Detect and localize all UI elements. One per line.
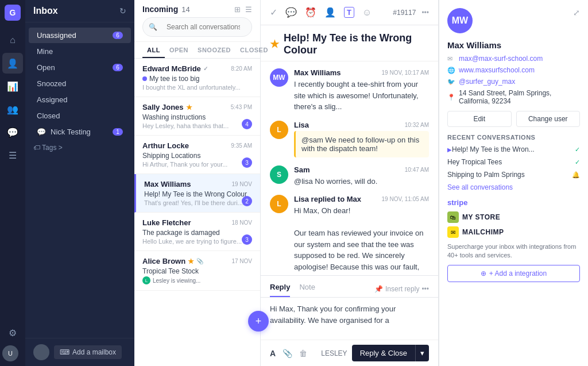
tab-open[interactable]: OPEN [165,42,193,58]
reply-close-button[interactable]: Reply & Close [352,345,415,361]
refresh-icon[interactable]: ↻ [119,6,126,16]
footer-avatar [33,344,49,360]
sidebar-item-closed[interactable]: Closed [29,108,131,124]
right-panel: MW ⤢ Max Williams ✉ max@max-surf-school.… [439,0,588,366]
list-item[interactable]: Edward McBride ✓ 8:20 AM My tee is too b… [134,59,260,97]
list-item[interactable]: Alice Brown ★ 📎 17 NOV Tropical Tee Stoc… [134,251,260,291]
sidebar-item-unassigned[interactable]: Unassigned 6 [29,28,131,43]
open-badge: 6 [113,64,123,71]
contact-header: MW ⤢ [447,8,580,33]
conversation-list: Edward McBride ✓ 8:20 AM My tee is too b… [134,59,260,366]
website-link[interactable]: www.maxsurfschool.com [459,66,535,74]
stripe-logo: stripe [447,198,580,207]
insert-reply-button[interactable]: 📌 Insert reply ••• [374,280,429,297]
main-content: ✓ 💬 ⏰ 👤 T ☺ #19117 ••• ★ Help! My Tee is… [261,0,439,366]
closed-label: Closed [37,111,60,120]
contact-website: 🌐 www.maxsurfschool.com [447,66,580,74]
sidebar-item-mine[interactable]: Mine [29,44,131,59]
inbox-tabs: ALL OPEN SNOOZED CLOSED [134,42,260,59]
sidebar-tags[interactable]: 🏷 Tags > [25,140,134,155]
location-icon: 📍 [447,94,455,101]
expand-icon[interactable]: ⤢ [573,8,580,17]
reply-textarea[interactable]: Hi Max, Thank you for confirming your av… [261,298,438,338]
user-avatar[interactable]: U [2,345,18,361]
recent-conv-text: Shipping to Palm Springs [447,171,572,179]
recent-conv-active[interactable]: ▶ Help! My Tee is the Wron... ✓ [447,145,580,153]
search-input[interactable] [161,20,246,34]
conversation-title: Help! My Tee is the Wrong Colour [284,32,429,56]
sidebar-item-snoozed[interactable]: Snoozed [29,76,131,91]
nick-testing-badge: 1 [113,128,123,136]
nav-home-icon[interactable]: ⌂ [2,30,23,51]
sidebar-item-open[interactable]: Open 6 [29,60,131,75]
resolve-icon[interactable]: ✓ [270,7,277,18]
list-item[interactable]: Hey Tropical Tees ✓ [447,158,580,166]
add-mailbox-button[interactable]: ⌨ Add a mailbox [54,345,122,359]
contact-email: ✉ max@max-surf-school.com [447,55,580,63]
nick-testing-left: 💬 Nick Testing [37,128,91,136]
emoji-icon[interactable]: ☺ [362,7,372,18]
conv-badge: 2 [242,196,252,206]
tab-closed[interactable]: CLOSED [235,42,273,58]
list-item[interactable]: Max Williams 19 NOV Help! My Tee is the … [134,174,260,213]
contact-avatar: MW [447,8,473,33]
filter-icon[interactable]: ☰ [245,5,252,14]
list-item[interactable]: Arthur Locke 9:35 AM Shipping Locations … [134,136,260,174]
conversation-toolbar: ✓ 💬 ⏰ 👤 T ☺ #19117 ••• [261,0,438,25]
list-item[interactable]: Sally Jones ★ 5:43 PM Washing instructio… [134,97,260,136]
sort-icon[interactable]: ⊞ [234,5,241,14]
edit-button[interactable]: Edit [447,111,512,127]
nav-settings-icon[interactable]: ⚙ [2,322,23,343]
integration-promo: Supercharge your inbox with integrations… [447,242,580,260]
app-logo: G [5,5,21,21]
agent-label: LESLEY [321,349,347,357]
message-item: L Lisa replied to Max 19 NOV, 11:05 AM H… [270,195,429,275]
reply-close-dropdown[interactable]: ▾ [415,345,429,361]
sidebar-items: Unassigned 6 Mine Open 6 Snoozed Assigne… [25,22,134,338]
change-user-button[interactable]: Change user [516,111,581,127]
keyboard-icon: ⌨ [60,348,69,356]
tab-reply[interactable]: Reply [270,280,290,297]
nav-conversations-icon[interactable]: 👤 [2,53,23,74]
nav-align-icon[interactable]: ☰ [2,145,23,165]
comment-icon: 💬 [37,128,46,136]
contact-actions: Edit Change user [447,111,580,127]
assign-icon[interactable]: 👤 [324,7,336,18]
add-integration-button[interactable]: ⊕ + Add a integration [447,265,580,282]
text-format-icon[interactable]: A [270,349,276,358]
snoozed-label: Snoozed [37,79,66,88]
sidebar-header: Inbox ↻ [25,0,134,22]
nick-testing-label: Nick Testing [51,128,91,136]
more-icon[interactable]: ••• [421,285,429,293]
sidebar-item-assigned[interactable]: Assigned [29,92,131,107]
nav-contacts-icon[interactable]: 👥 [2,99,23,120]
snooze-icon[interactable]: ⏰ [305,7,316,18]
check-icon: ✓ [575,146,580,153]
nav-messages-icon[interactable]: 💬 [2,122,23,142]
star-icon: ★ [186,103,192,111]
nav-reports-icon[interactable]: 📊 [2,76,23,97]
pin-icon: 📌 [374,285,383,293]
address-text: 14 Sand Street, Palm Springs, California… [459,89,580,105]
inbox-list-count: 14 [181,5,189,14]
see-all-conversations-link[interactable]: See all conversations [447,183,580,191]
translate-icon[interactable]: T [344,7,354,18]
sidebar: Inbox ↻ Unassigned 6 Mine Open 6 Snoozed… [25,0,134,366]
delete-icon[interactable]: 🗑 [299,349,307,358]
tab-all[interactable]: ALL [142,42,165,58]
tab-note[interactable]: Note [299,280,315,297]
message-item: S Sam 10:47 AM @lisa No worries, will do… [270,165,429,187]
attachment-icon[interactable]: 📎 [283,349,292,358]
add-icon: ⊕ [481,269,486,278]
left-navigation: G ⌂ 👤 📊 👥 💬 ☰ ⚙ U [0,0,25,366]
more-options-icon[interactable]: ••• [421,9,429,17]
list-item[interactable]: Shipping to Palm Springs 🔔 [447,171,580,179]
email-link[interactable]: max@max-surf-school.com [459,55,543,63]
tab-snoozed[interactable]: SNOOZED [193,42,235,58]
avatar: S [270,165,288,184]
mute-icon[interactable]: 💬 [285,7,297,18]
compose-button[interactable]: + [248,311,269,332]
sidebar-item-nick-testing[interactable]: 💬 Nick Testing 1 [29,124,131,140]
reply-actions: Reply & Close ▾ [352,345,429,361]
list-item[interactable]: Luke Fletcher 18 NOV The package is dama… [134,213,260,251]
